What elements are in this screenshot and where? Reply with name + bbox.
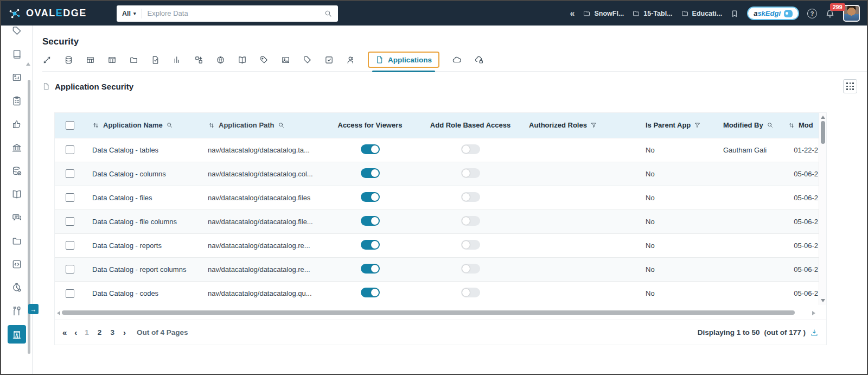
scroll-up-arrow[interactable] bbox=[821, 116, 825, 119]
pinned-item-educati[interactable]: Educati... bbox=[681, 9, 723, 17]
search-scope-dropdown[interactable]: All▾ bbox=[117, 10, 142, 17]
filter-icon[interactable] bbox=[590, 122, 597, 129]
next-page-button[interactable]: › bbox=[123, 328, 126, 337]
search-icon[interactable] bbox=[278, 122, 285, 129]
sort-icon[interactable] bbox=[208, 122, 215, 129]
sort-icon[interactable] bbox=[92, 122, 100, 129]
table-row[interactable]: Data Catalog - report columns nav/dataca… bbox=[55, 257, 826, 281]
sidebar-item-tag[interactable] bbox=[1, 19, 32, 42]
scroll-down-arrow[interactable] bbox=[821, 299, 825, 302]
help-icon[interactable]: ? bbox=[807, 9, 817, 18]
access-for-viewers-toggle[interactable] bbox=[361, 264, 380, 274]
search-icon[interactable] bbox=[767, 122, 774, 129]
row-checkbox[interactable] bbox=[66, 265, 74, 274]
sort-icon[interactable] bbox=[788, 122, 795, 129]
tab-apis[interactable] bbox=[216, 55, 225, 65]
tab-projects[interactable] bbox=[324, 55, 334, 65]
col-application-path[interactable]: Application Path bbox=[219, 121, 275, 129]
application-path: nav/datacatalog/datacatalog.qu... bbox=[201, 281, 318, 305]
pinned-item-15tabl[interactable]: 15-Tabl... bbox=[632, 9, 672, 17]
tab-table-columns[interactable] bbox=[107, 55, 117, 65]
modified-by: Gautham Gali bbox=[714, 138, 782, 162]
first-page-button[interactable]: « bbox=[62, 328, 67, 337]
tab-media[interactable] bbox=[281, 55, 290, 65]
cloud-icon bbox=[452, 55, 462, 65]
row-checkbox[interactable] bbox=[66, 145, 74, 154]
scroll-left-arrow[interactable] bbox=[57, 311, 60, 315]
pinned-item-snowfl[interactable]: SnowFl... bbox=[583, 9, 624, 17]
tab-databases[interactable] bbox=[64, 55, 73, 65]
notifications-button[interactable]: 299 bbox=[825, 8, 835, 18]
scrollbar-thumb[interactable] bbox=[821, 121, 825, 144]
tab-report-columns[interactable] bbox=[194, 55, 203, 65]
role-based-access-toggle[interactable] bbox=[461, 264, 480, 274]
search-icon bbox=[324, 9, 333, 18]
table-row[interactable]: Data Catalog - tables nav/datacatalog/da… bbox=[55, 138, 826, 162]
page-1[interactable]: 1 bbox=[85, 328, 89, 336]
sidebar-scroll-up[interactable] bbox=[26, 62, 30, 66]
scrollbar-thumb[interactable] bbox=[62, 310, 795, 315]
table-row[interactable]: Data Catalog - columns nav/datacatalog/d… bbox=[55, 162, 826, 186]
filter-icon[interactable] bbox=[694, 122, 701, 129]
robot-icon bbox=[784, 10, 793, 17]
user-avatar[interactable] bbox=[843, 5, 860, 22]
search-input[interactable]: Explore Data bbox=[142, 9, 324, 17]
role-based-access-toggle[interactable] bbox=[461, 144, 480, 154]
ask-edgi-button[interactable]: askEdgi bbox=[747, 7, 799, 20]
tab-reports[interactable] bbox=[173, 55, 182, 65]
displaying-label: Displaying 1 to 50 bbox=[698, 328, 760, 336]
ovaledge-logo[interactable]: OVALEDGE bbox=[1, 7, 110, 21]
col-modified-date[interactable]: Mod bbox=[799, 121, 813, 129]
access-for-viewers-toggle[interactable] bbox=[361, 288, 380, 297]
row-checkbox[interactable] bbox=[66, 169, 74, 178]
search-icon[interactable] bbox=[166, 122, 173, 129]
row-checkbox[interactable] bbox=[66, 241, 74, 250]
chevron-down-icon: ▾ bbox=[133, 11, 136, 16]
column-settings-button[interactable] bbox=[843, 79, 857, 93]
access-for-viewers-toggle[interactable] bbox=[361, 144, 380, 154]
modified-by bbox=[714, 162, 782, 186]
role-based-access-toggle[interactable] bbox=[461, 168, 480, 178]
global-search[interactable]: All▾ Explore Data bbox=[117, 5, 338, 22]
select-all-checkbox[interactable] bbox=[66, 121, 74, 130]
tab-cloud-api[interactable] bbox=[452, 55, 462, 65]
access-for-viewers-toggle[interactable] bbox=[361, 240, 380, 250]
tab-tables[interactable] bbox=[86, 55, 95, 65]
image-icon bbox=[281, 55, 290, 65]
table-vertical-scrollbar[interactable] bbox=[819, 113, 826, 305]
table-row[interactable]: Data Catalog - files nav/datacatalog/dat… bbox=[55, 186, 826, 209]
page-3[interactable]: 3 bbox=[110, 328, 114, 336]
access-for-viewers-toggle[interactable] bbox=[361, 216, 380, 226]
table-row[interactable]: Data Catalog - reports nav/datacatalog/d… bbox=[55, 233, 826, 257]
tab-users[interactable] bbox=[346, 55, 355, 65]
row-checkbox[interactable] bbox=[66, 217, 74, 226]
tab-files[interactable] bbox=[129, 55, 138, 65]
role-based-access-toggle[interactable] bbox=[461, 288, 480, 297]
access-for-viewers-toggle[interactable] bbox=[361, 168, 380, 178]
table-row[interactable]: Data Catalog - codes nav/datacatalog/dat… bbox=[55, 281, 826, 305]
tab-file-columns[interactable] bbox=[151, 55, 160, 65]
access-for-viewers-toggle[interactable] bbox=[361, 192, 380, 202]
page-2[interactable]: 2 bbox=[98, 328, 102, 336]
tab-connectors[interactable] bbox=[42, 55, 52, 65]
sidebar-expand-button[interactable]: → bbox=[28, 304, 39, 314]
tab-codes[interactable] bbox=[238, 55, 247, 65]
tab-applications-label: Applications bbox=[388, 56, 432, 64]
role-based-access-toggle[interactable] bbox=[461, 216, 480, 226]
table-horizontal-scrollbar[interactable] bbox=[55, 309, 826, 316]
row-checkbox[interactable] bbox=[66, 193, 74, 202]
scroll-right-arrow[interactable] bbox=[812, 311, 815, 315]
role-based-access-toggle[interactable] bbox=[461, 192, 480, 202]
tab-applications-active[interactable]: Applications bbox=[368, 52, 439, 68]
role-based-access-toggle[interactable] bbox=[461, 240, 480, 250]
tab-cloud-security[interactable] bbox=[474, 55, 484, 65]
tab-tags[interactable] bbox=[303, 55, 312, 65]
bookmark-icon[interactable] bbox=[730, 9, 739, 18]
tab-terms[interactable] bbox=[259, 55, 269, 65]
prev-page-button[interactable]: ‹ bbox=[74, 328, 77, 337]
col-application-name[interactable]: Application Name bbox=[103, 121, 163, 129]
table-row[interactable]: Data Catalog - file columns nav/datacata… bbox=[55, 209, 826, 233]
download-icon[interactable] bbox=[810, 328, 819, 337]
row-checkbox[interactable] bbox=[66, 289, 74, 298]
collapse-pins-icon[interactable]: « bbox=[570, 9, 575, 18]
